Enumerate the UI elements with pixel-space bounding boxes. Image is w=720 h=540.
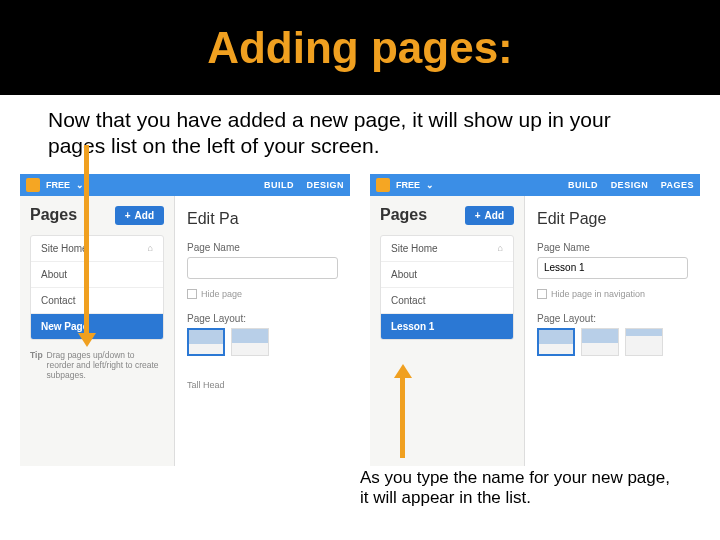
tab-pages[interactable]: PAGES — [661, 180, 694, 190]
pages-heading: Pages — [30, 206, 77, 224]
pages-sidebar: Pages + Add Site Home ⌂ About Contact Ne… — [20, 196, 175, 466]
list-item[interactable]: About — [31, 262, 163, 288]
list-item[interactable]: Site Home ⌂ — [381, 236, 513, 262]
plus-icon: + — [475, 210, 481, 221]
slide-title: Adding pages: — [207, 23, 513, 73]
add-button[interactable]: + Add — [115, 206, 164, 225]
page-name-label: Page Name — [187, 242, 338, 253]
free-label: FREE — [46, 180, 70, 190]
hide-page-checkbox[interactable]: Hide page — [187, 289, 338, 299]
edit-panel: Edit Page Page Name Hide page in navigat… — [525, 196, 700, 466]
tab-design[interactable]: DESIGN — [611, 180, 649, 190]
home-icon: ⌂ — [498, 243, 503, 253]
intro-text: Now that you have added a new page, it w… — [0, 95, 720, 168]
nav-tabs: BUILD DESIGN — [254, 180, 344, 190]
layout-option[interactable] — [581, 328, 619, 356]
screenshot-left: FREE ⌄ BUILD DESIGN Pages + Add — [20, 174, 350, 466]
list-item-selected[interactable]: Lesson 1 — [381, 314, 513, 339]
caption-text: As you type the name for your new page, … — [360, 468, 680, 509]
layout-options — [537, 328, 688, 356]
weebly-logo-icon — [26, 178, 40, 192]
list-item[interactable]: About — [381, 262, 513, 288]
pages-sidebar: Pages + Add Site Home ⌂ About Contact Le… — [370, 196, 525, 466]
list-item[interactable]: Site Home ⌂ — [31, 236, 163, 262]
add-label: Add — [135, 210, 154, 221]
title-bar: Adding pages: — [0, 0, 720, 95]
layout-label: Page Layout: — [537, 313, 688, 324]
list-item[interactable]: Contact — [31, 288, 163, 314]
pages-list: Site Home ⌂ About Contact New Page — [30, 235, 164, 340]
add-button[interactable]: + Add — [465, 206, 514, 225]
page-name-label: Page Name — [537, 242, 688, 253]
app-topbar: FREE ⌄ BUILD DESIGN PAGES — [370, 174, 700, 196]
weebly-logo-icon — [376, 178, 390, 192]
screenshot-row: FREE ⌄ BUILD DESIGN Pages + Add — [0, 168, 720, 466]
tip-text: Tip Drag pages up/down to reorder and le… — [30, 350, 164, 381]
edit-title: Edit Pa — [187, 210, 338, 228]
checkbox-icon — [537, 289, 547, 299]
add-label: Add — [485, 210, 504, 221]
chevron-down-icon: ⌄ — [76, 180, 84, 190]
tab-build[interactable]: BUILD — [568, 180, 598, 190]
pages-heading: Pages — [380, 206, 427, 224]
page-name-input[interactable] — [537, 257, 688, 279]
layout-option[interactable] — [231, 328, 269, 356]
checkbox-icon — [187, 289, 197, 299]
tall-head-label: Tall Head — [187, 380, 338, 390]
screenshot-right: FREE ⌄ BUILD DESIGN PAGES Pages + Add — [370, 174, 700, 466]
layout-option[interactable] — [537, 328, 575, 356]
nav-tabs: BUILD DESIGN PAGES — [558, 180, 694, 190]
layout-options — [187, 328, 338, 356]
tab-design[interactable]: DESIGN — [306, 180, 344, 190]
pages-list: Site Home ⌂ About Contact Lesson 1 — [380, 235, 514, 340]
list-item[interactable]: Contact — [381, 288, 513, 314]
page-name-input[interactable] — [187, 257, 338, 279]
chevron-down-icon: ⌄ — [426, 180, 434, 190]
hide-page-checkbox[interactable]: Hide page in navigation — [537, 289, 688, 299]
layout-label: Page Layout: — [187, 313, 338, 324]
plus-icon: + — [125, 210, 131, 221]
list-item-selected[interactable]: New Page — [31, 314, 163, 339]
free-label: FREE — [396, 180, 420, 190]
arrow-up-icon — [400, 376, 405, 458]
layout-option[interactable] — [187, 328, 225, 356]
edit-title: Edit Page — [537, 210, 688, 228]
app-topbar: FREE ⌄ BUILD DESIGN — [20, 174, 350, 196]
tab-build[interactable]: BUILD — [264, 180, 294, 190]
layout-option[interactable] — [625, 328, 663, 356]
arrow-down-icon — [84, 145, 89, 335]
home-icon: ⌂ — [148, 243, 153, 253]
edit-panel: Edit Pa Page Name Hide page Page Layout:… — [175, 196, 350, 466]
